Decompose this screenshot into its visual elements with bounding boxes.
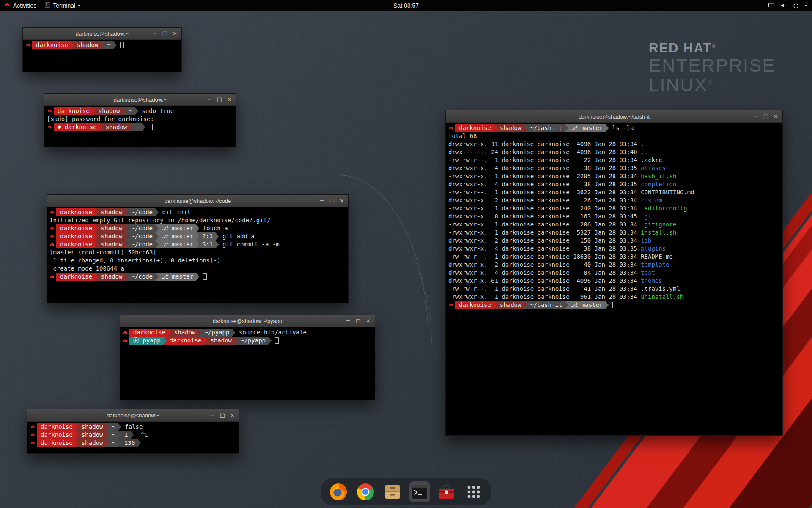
close-button[interactable]: × bbox=[340, 195, 344, 207]
terminal-line: darknoiseshadow~130 bbox=[30, 439, 236, 447]
maximize-button[interactable]: □ bbox=[217, 94, 222, 105]
directory-name: template bbox=[641, 261, 669, 268]
dock-item-app-grid[interactable] bbox=[463, 481, 484, 502]
titlebar[interactable]: darknoise@shadow:~ − □ × bbox=[23, 28, 181, 40]
dock-item-archive-manager[interactable] bbox=[382, 481, 403, 502]
prompt-user-segment: # darknoise bbox=[54, 123, 103, 131]
prompt-path-segment: ~/pyapp bbox=[198, 329, 235, 337]
directory-name: .git bbox=[641, 213, 655, 220]
prompt-host-segment: shadow bbox=[71, 41, 104, 49]
terminal-text: touch a bbox=[199, 225, 228, 232]
redhat-icon bbox=[448, 301, 455, 309]
terminal-text: [sudo] password for darknoise: bbox=[47, 116, 154, 122]
toolbox-icon bbox=[437, 483, 456, 501]
terminal-line: Initialized empty Git repository in /hom… bbox=[49, 216, 346, 224]
terminal-text: drwxrwxr-x. 61 darknoise darknoise 4096 … bbox=[448, 277, 641, 284]
terminal-text: drwxrwxr-x. 2 darknoise darknoise 40 Jan… bbox=[448, 261, 641, 268]
maximize-button[interactable]: □ bbox=[162, 28, 167, 39]
system-status-area[interactable]: ▾ bbox=[768, 2, 812, 9]
dock-item-terminal[interactable] bbox=[409, 481, 430, 502]
directory-name: plugins bbox=[641, 245, 666, 252]
dock-item-chrome[interactable] bbox=[355, 481, 376, 502]
terminal-line: darknoiseshadow~1 ^C bbox=[30, 431, 236, 439]
logo-linux-text: LINUX® bbox=[649, 75, 776, 95]
terminal-text: -rw-rw-r--. 1 darknoise darknoise 18630 … bbox=[448, 253, 641, 260]
top-bar: Activities Terminal ▾ Sat 03:57 ▾ bbox=[0, 0, 812, 11]
terminal-text: drwxrwxr-x. 2 darknoise darknoise 26 Jan… bbox=[448, 197, 641, 204]
titlebar[interactable]: darknoise@shadow:~/pyapp − □ × bbox=[120, 315, 375, 327]
terminal-content[interactable]: darknoiseshadow~ bbox=[23, 40, 181, 49]
close-button[interactable]: × bbox=[230, 409, 235, 421]
titlebar[interactable]: darknoise@shadow:~/code − □ × bbox=[47, 195, 348, 207]
branch-icon: ⎇ bbox=[162, 233, 172, 240]
titlebar[interactable]: darknoise@shadow:~ − □ × bbox=[44, 94, 236, 106]
terminal-line: -rwxrwxr-x. 1 darknoise darknoise 2205 J… bbox=[448, 172, 780, 180]
maximize-button[interactable]: □ bbox=[763, 110, 768, 122]
close-button[interactable]: × bbox=[173, 28, 177, 39]
terminal-text: git add a bbox=[219, 233, 254, 240]
maximize-button[interactable]: □ bbox=[356, 315, 361, 327]
close-button[interactable]: × bbox=[366, 315, 370, 327]
prompt-user-segment: darknoise bbox=[129, 329, 171, 337]
terminal-line: darknoiseshadow~ bbox=[25, 41, 179, 49]
terminal-line: drwxrwxr-x. 4 darknoise darknoise 38 Jan… bbox=[448, 180, 780, 188]
prompt-user-segment: darknoise bbox=[56, 273, 98, 281]
terminal-line: [master (root-commit) 50bcb63] . bbox=[49, 248, 346, 257]
close-button[interactable]: × bbox=[774, 110, 778, 122]
directory-name: aliases bbox=[641, 165, 666, 171]
prompt-user-segment: darknoise bbox=[56, 224, 98, 232]
terminal-line: darknoiseshadow~ sudo true bbox=[47, 107, 233, 115]
minimize-button[interactable]: − bbox=[754, 110, 758, 122]
prompt-user-segment: darknoise bbox=[37, 431, 79, 439]
terminal-line: -rw-rw-r--. 1 darknoise darknoise 3622 J… bbox=[448, 188, 780, 196]
terminal-cursor bbox=[203, 273, 207, 280]
clock[interactable]: Sat 03:57 bbox=[0, 2, 812, 9]
close-button[interactable]: × bbox=[227, 94, 232, 105]
terminal-text: README.md bbox=[641, 253, 673, 260]
terminal-content[interactable]: darknoiseshadow~ sudo true[sudo] passwor… bbox=[44, 106, 236, 131]
prompt-git-branch-segment: ⎇ master bbox=[565, 124, 609, 132]
minimize-button[interactable]: − bbox=[320, 195, 324, 207]
dock-item-toolbox[interactable] bbox=[436, 481, 457, 502]
prompt-host-segment: shadow bbox=[168, 329, 202, 337]
dock-item-firefox[interactable] bbox=[328, 481, 349, 502]
terminal-text: git commit -a -m . bbox=[219, 241, 286, 248]
terminal-content[interactable]: darknoiseshadow~ falsedarknoiseshadow~1 … bbox=[27, 422, 239, 447]
terminal-window-exit-codes: darknoise@shadow:~ − □ × darknoiseshadow… bbox=[27, 409, 239, 454]
redhat-icon bbox=[30, 423, 37, 431]
terminal-text: drwxrwxr-x. 2 darknoise darknoise 150 Ja… bbox=[448, 237, 641, 244]
terminal-cursor bbox=[275, 337, 279, 344]
prompt-host-segment: shadow bbox=[95, 208, 129, 216]
branch-icon: ⎇ bbox=[162, 273, 172, 280]
terminal-content[interactable]: darknoiseshadow~/bash-it⎇ master ls -lat… bbox=[446, 123, 782, 309]
terminal-content[interactable]: darknoiseshadow~/code git initInitialize… bbox=[47, 207, 348, 281]
terminal-line: darknoiseshadow~/code⎇ master bbox=[49, 273, 346, 281]
terminal-cursor bbox=[612, 302, 616, 308]
dock bbox=[321, 478, 491, 505]
titlebar[interactable]: darknoise@shadow:~ − □ × bbox=[27, 409, 239, 422]
terminal-window-bash-it: darknoise@shadow:~/bash-it − □ × darknoi… bbox=[445, 110, 783, 436]
terminal-text: create mode 100644 a bbox=[49, 265, 124, 272]
redhat-enterprise-linux-logo: RED HAT® ENTERPRISE LINUX® bbox=[649, 41, 776, 94]
terminal-text: drwxrwxr-x. 11 darknoise darknoise 4096 … bbox=[448, 141, 641, 147]
prompt-path-segment: ~/code bbox=[125, 208, 159, 216]
prompt-path-segment: ~/code bbox=[125, 224, 159, 232]
terminal-text: .ackrc bbox=[641, 157, 662, 163]
firefox-icon bbox=[329, 483, 348, 501]
branch-icon: ⎇ bbox=[571, 124, 582, 131]
directory-name: test bbox=[641, 269, 655, 276]
terminal-text: drwxrwxr-x. 4 darknoise darknoise 38 Jan… bbox=[448, 245, 641, 252]
titlebar[interactable]: darknoise@shadow:~/bash-it − □ × bbox=[446, 110, 782, 123]
directory-name: . bbox=[641, 141, 644, 147]
maximize-button[interactable]: □ bbox=[329, 195, 335, 207]
branch-icon: ⎇ bbox=[162, 241, 172, 248]
terminal-content[interactable]: darknoiseshadow~/pyapp source bin/activa… bbox=[120, 327, 375, 345]
minimize-button[interactable]: − bbox=[346, 315, 351, 327]
minimize-button[interactable]: − bbox=[207, 94, 212, 105]
logo-redhat-text: RED HAT® bbox=[649, 41, 776, 56]
maximize-button[interactable]: □ bbox=[220, 409, 225, 421]
minimize-button[interactable]: − bbox=[153, 28, 157, 39]
redhat-icon bbox=[123, 329, 129, 337]
terminal-cursor bbox=[120, 42, 124, 48]
minimize-button[interactable]: − bbox=[210, 409, 215, 421]
